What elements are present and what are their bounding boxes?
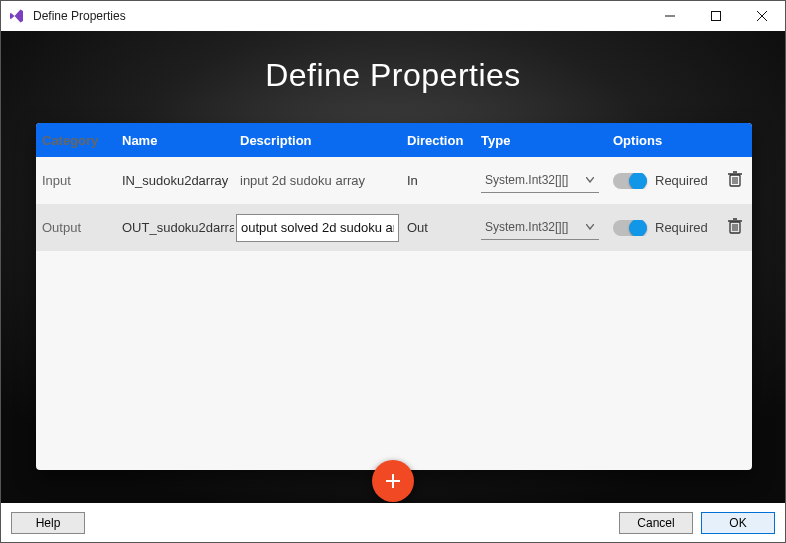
close-button[interactable] — [739, 1, 785, 31]
required-toggle[interactable] — [613, 173, 647, 189]
header-direction: Direction — [401, 133, 475, 148]
footer: Help Cancel OK — [1, 503, 785, 542]
content-area: Define Properties Category Name Descript… — [1, 31, 785, 503]
help-button[interactable]: Help — [11, 512, 85, 534]
window: Define Properties Define Properties Cate… — [0, 0, 786, 543]
titlebar: Define Properties — [1, 1, 785, 31]
chevron-down-icon — [583, 177, 597, 183]
table-header: Category Name Description Direction Type… — [36, 123, 752, 157]
required-toggle[interactable] — [613, 220, 647, 236]
type-value: System.Int32[][] — [485, 220, 583, 234]
table-body: Input IN_sudoku2darray input 2d sudoku a… — [36, 157, 752, 470]
cell-category[interactable]: Output — [36, 220, 116, 235]
cell-description[interactable]: input 2d sudoku array — [240, 173, 365, 188]
header-type: Type — [475, 133, 607, 148]
ok-button[interactable]: OK — [701, 512, 775, 534]
header-name: Name — [116, 133, 234, 148]
description-input[interactable] — [236, 214, 399, 242]
minimize-button[interactable] — [647, 1, 693, 31]
header-category: Category — [36, 133, 116, 148]
cell-name[interactable]: IN_sudoku2darray — [122, 173, 228, 188]
cell-direction[interactable]: Out — [401, 220, 475, 235]
add-property-button[interactable] — [372, 460, 414, 502]
svg-rect-1 — [712, 12, 721, 21]
page-title: Define Properties — [1, 57, 785, 94]
properties-panel: Category Name Description Direction Type… — [36, 123, 752, 470]
window-title: Define Properties — [33, 9, 126, 23]
chevron-down-icon — [583, 224, 597, 230]
plus-icon — [383, 471, 403, 491]
delete-button[interactable] — [728, 171, 742, 190]
delete-button[interactable] — [728, 218, 742, 237]
maximize-button[interactable] — [693, 1, 739, 31]
type-dropdown[interactable]: System.Int32[][] — [481, 216, 599, 240]
cancel-button[interactable]: Cancel — [619, 512, 693, 534]
cell-name[interactable]: OUT_sudoku2darray — [122, 220, 234, 235]
table-row: Input IN_sudoku2darray input 2d sudoku a… — [36, 157, 752, 204]
cell-direction[interactable]: In — [401, 173, 475, 188]
required-label: Required — [655, 220, 708, 235]
cell-category[interactable]: Input — [36, 173, 116, 188]
header-options: Options — [607, 133, 717, 148]
table-row: Output OUT_sudoku2darray Out System.Int3… — [36, 204, 752, 251]
type-dropdown[interactable]: System.Int32[][] — [481, 169, 599, 193]
required-label: Required — [655, 173, 708, 188]
type-value: System.Int32[][] — [485, 173, 583, 187]
header-description: Description — [234, 133, 401, 148]
vs-logo-icon — [7, 6, 27, 26]
